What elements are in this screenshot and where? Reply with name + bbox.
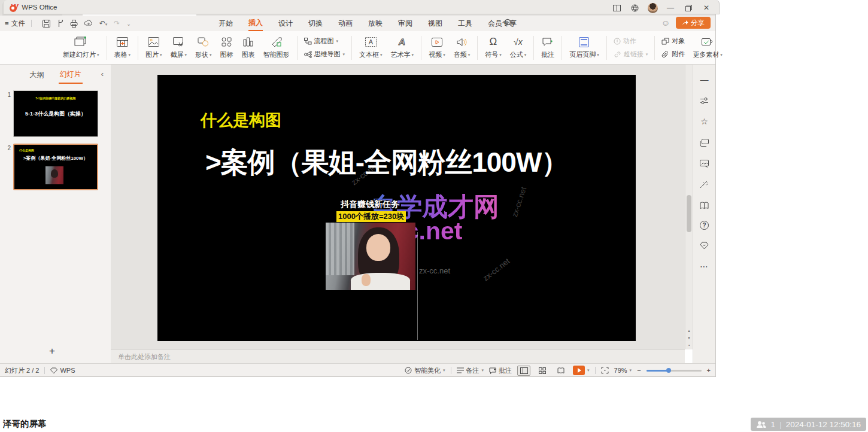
ribbon-item-mindmap[interactable]: 思维导图▾ bbox=[304, 50, 345, 59]
account-avatar[interactable] bbox=[644, 0, 661, 16]
ribbon-item-icon-library[interactable]: 图标 bbox=[216, 36, 238, 59]
ribbon-item-hyperlink[interactable]: 超链接▾ bbox=[614, 50, 648, 59]
scrollbar-thumb[interactable] bbox=[687, 195, 691, 232]
search-icon[interactable] bbox=[504, 19, 512, 27]
file-menu[interactable]: ≡ 文件 bbox=[5, 19, 25, 28]
strip-notebook-icon[interactable] bbox=[699, 200, 710, 211]
reading-view-button[interactable] bbox=[554, 366, 567, 376]
ribbon-item-object[interactable]: 对象 bbox=[661, 36, 685, 45]
notes-bar[interactable]: 单击此处添加备注 bbox=[111, 349, 685, 363]
notes-button[interactable]: 备注▾ bbox=[457, 366, 484, 375]
normal-view-button[interactable] bbox=[517, 366, 530, 376]
zoom-slider[interactable] bbox=[647, 370, 702, 372]
undo-icon[interactable]: ↶▾ bbox=[99, 19, 108, 28]
slide-thumbnail-2[interactable]: 什么是构图 >案例（果姐-全网粉丝100W） bbox=[13, 144, 98, 190]
ribbon-item-video[interactable]: 视频▾ bbox=[424, 36, 450, 59]
zoom-slider-knob[interactable] bbox=[666, 368, 671, 373]
picture-icon bbox=[148, 36, 159, 48]
tab-tools[interactable]: 工具 bbox=[458, 16, 472, 31]
ribbon-item-flowchart[interactable]: 流程图▾ bbox=[304, 36, 345, 45]
slide-title-text[interactable]: >案例（果姐-全网粉丝100W） bbox=[205, 144, 568, 181]
ribbon-item-comment[interactable]: 批注 bbox=[537, 36, 559, 59]
ribbon-item-picture[interactable]: 图片▾ bbox=[141, 36, 166, 59]
slide-thumbnail-1[interactable]: 5-1如何拍摄出爆款的口播视频 5-1-3什么是构图（实操） bbox=[13, 90, 98, 137]
new-slide-icon bbox=[74, 36, 87, 48]
strip-assets-icon[interactable] bbox=[699, 158, 710, 169]
ribbon-item-formula[interactable]: √x 公式▾ bbox=[506, 36, 531, 59]
ribbon-item-more-assets[interactable]: 更多素材▾ bbox=[688, 36, 727, 59]
tab-view[interactable]: 视图 bbox=[428, 16, 442, 31]
add-slide-button[interactable]: + bbox=[49, 345, 55, 357]
avatar bbox=[648, 3, 658, 13]
print-preview-icon[interactable] bbox=[57, 20, 63, 28]
tab-transition[interactable]: 切换 bbox=[308, 16, 323, 31]
ribbon-item-attachment[interactable]: 附件 bbox=[661, 50, 685, 59]
zoom-in-button[interactable]: + bbox=[707, 367, 711, 374]
tab-slides[interactable]: 幻灯片 bbox=[59, 65, 83, 84]
ribbon-item-audio[interactable]: 音频▾ bbox=[450, 36, 475, 59]
strip-beautify-icon[interactable] bbox=[699, 179, 710, 190]
share-label: 分享 bbox=[691, 19, 705, 28]
ribbon-item-shape[interactable]: 形状▾ bbox=[191, 36, 216, 59]
tab-animation[interactable]: 动画 bbox=[338, 16, 353, 31]
ribbon-item-symbol[interactable]: Ω 符号▾ bbox=[481, 36, 506, 59]
wps-ai-badge[interactable]: WPS bbox=[50, 367, 75, 374]
fit-slide-button[interactable] bbox=[601, 367, 609, 374]
quickbar-more-icon[interactable]: ⌄ bbox=[126, 19, 131, 28]
tab-slideshow[interactable]: 放映 bbox=[368, 16, 383, 31]
ribbon-item-new-slide[interactable]: 新建幻灯片▾ bbox=[59, 36, 104, 59]
zoom-level[interactable]: 79%▾ bbox=[614, 367, 632, 374]
tab-outline[interactable]: 大纲 bbox=[29, 66, 45, 83]
slide-sorter-view-button[interactable] bbox=[536, 366, 549, 376]
ribbon-item-smart-graphic[interactable]: 智能图形 bbox=[259, 36, 294, 59]
current-slide[interactable]: zx-cc.net 什么是构图 >案例（果姐-全网粉丝100W） 自学成才网 z… bbox=[157, 75, 636, 341]
strip-more-icon[interactable]: ⋯ bbox=[699, 261, 710, 272]
tab-design[interactable]: 设计 bbox=[278, 16, 293, 31]
flowchart-icon bbox=[304, 38, 312, 45]
tab-home[interactable]: 开始 bbox=[218, 16, 233, 31]
print-icon[interactable] bbox=[70, 20, 78, 28]
strip-docer-icon[interactable] bbox=[699, 240, 710, 251]
timestamp: 2024-01-12 12:50:16 bbox=[786, 420, 861, 429]
feedback-icon[interactable]: ☺ bbox=[661, 18, 670, 28]
status-bar: 幻灯片 2 / 2 WPS 智能美化▾ 备注▾ bbox=[0, 363, 715, 376]
slide-photo[interactable] bbox=[326, 223, 415, 290]
ribbon-item-textbox[interactable]: A 文本框▾ bbox=[355, 36, 387, 59]
editing-canvas[interactable]: zx-cc.net 什么是构图 >案例（果姐-全网粉丝100W） 自学成才网 z… bbox=[111, 65, 685, 349]
redo-icon[interactable]: ↷ bbox=[114, 19, 120, 28]
strip-collapse-icon[interactable]: — bbox=[699, 74, 710, 85]
ribbon-item-action[interactable]: 动作 bbox=[614, 36, 648, 45]
strip-favorites-icon[interactable]: ☆ bbox=[699, 116, 710, 127]
comments-button[interactable]: 批注 bbox=[489, 366, 512, 375]
restore-button[interactable] bbox=[679, 0, 697, 16]
globe-button[interactable] bbox=[626, 0, 644, 16]
vertical-scrollbar[interactable]: ▲ ▼ ▪ bbox=[685, 65, 693, 349]
object-icon bbox=[661, 38, 669, 45]
tab-review[interactable]: 审阅 bbox=[398, 16, 412, 31]
zoom-slider-fill bbox=[647, 370, 667, 372]
split-view-button[interactable] bbox=[608, 0, 626, 16]
ribbon-item-header-footer[interactable]: 页眉页脚▾ bbox=[565, 36, 603, 59]
previous-slide-icon[interactable]: ▲ bbox=[687, 329, 691, 333]
tab-insert[interactable]: 插入 bbox=[248, 16, 263, 31]
save-icon[interactable] bbox=[43, 20, 50, 28]
collapse-panel-icon[interactable]: ‹ bbox=[101, 69, 104, 78]
strip-layers-icon[interactable] bbox=[699, 137, 710, 148]
scroll-split-icon[interactable]: ▪ bbox=[688, 343, 690, 347]
ribbon-item-screenshot[interactable]: 截屏▾ bbox=[166, 36, 192, 59]
cloud-sync-icon[interactable] bbox=[84, 20, 93, 27]
strip-help-icon[interactable]: ? bbox=[700, 221, 709, 230]
slide-eyebrow-text[interactable]: 什么是构图 bbox=[201, 109, 281, 131]
next-slide-icon[interactable]: ▼ bbox=[687, 336, 691, 340]
minimize-button[interactable]: — bbox=[661, 0, 679, 16]
strip-settings-icon[interactable] bbox=[699, 95, 710, 106]
ribbon-item-wordart[interactable]: A 艺术字▾ bbox=[387, 36, 418, 59]
video-icon bbox=[432, 36, 442, 48]
share-button[interactable]: 分享 bbox=[676, 17, 711, 29]
close-button[interactable]: ✕ bbox=[697, 0, 715, 16]
smart-beautify-button[interactable]: 智能美化▾ bbox=[405, 366, 445, 375]
ribbon-item-table[interactable]: 表格▾ bbox=[110, 36, 135, 59]
ribbon-item-chart[interactable]: 图表 bbox=[238, 36, 259, 59]
play-slideshow-button[interactable]: ▾ bbox=[573, 366, 590, 375]
zoom-out-button[interactable]: − bbox=[637, 367, 641, 374]
